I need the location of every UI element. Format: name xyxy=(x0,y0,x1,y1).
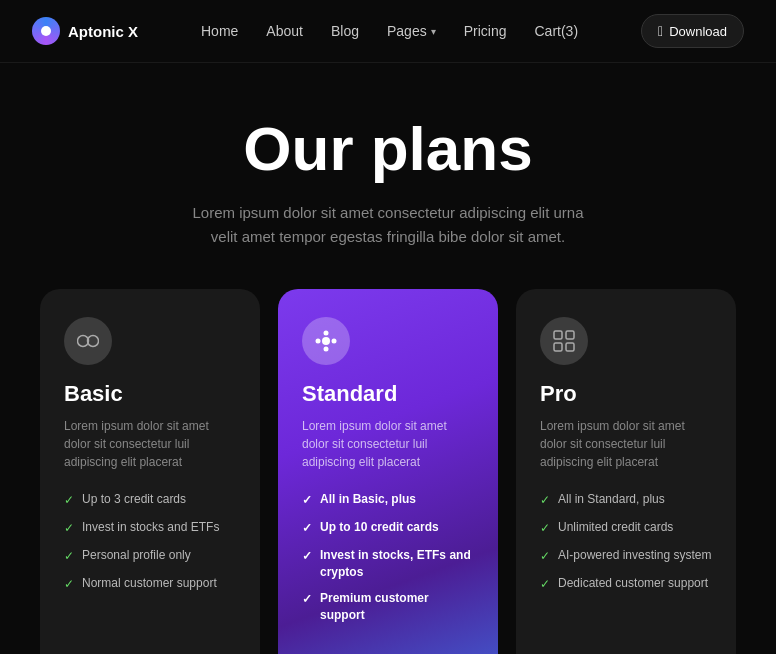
pro-features: ✓All in Standard, plus ✓Unlimited credit… xyxy=(540,491,712,634)
basic-features: ✓Up to 3 credit cards ✓Invest in stocks … xyxy=(64,491,236,634)
check-icon: ✓ xyxy=(302,492,312,509)
basic-feature-3: ✓Personal profile only xyxy=(64,547,236,565)
check-icon: ✓ xyxy=(302,520,312,537)
pro-name: Pro xyxy=(540,381,712,407)
check-icon: ✓ xyxy=(64,548,74,565)
pro-feature-1: ✓All in Standard, plus xyxy=(540,491,712,509)
svg-point-5 xyxy=(316,339,321,344)
logo[interactable]: Aptonic X xyxy=(32,17,138,45)
basic-feature-1: ✓Up to 3 credit cards xyxy=(64,491,236,509)
hero-title: Our plans xyxy=(20,115,756,183)
check-icon: ✓ xyxy=(540,492,550,509)
navbar: Aptonic X Home About Blog Pages ▾ Pricin… xyxy=(0,0,776,63)
plan-basic: Basic Lorem ipsum dolor sit amet dolor s… xyxy=(40,289,260,654)
nav-pricing[interactable]: Pricing xyxy=(464,23,507,39)
hero-section: Our plans Lorem ipsum dolor sit amet con… xyxy=(0,63,776,289)
check-icon: ✓ xyxy=(540,520,550,537)
plan-pro: Pro Lorem ipsum dolor sit amet dolor sit… xyxy=(516,289,736,654)
standard-desc: Lorem ipsum dolor sit amet dolor sit con… xyxy=(302,417,474,471)
nav-about[interactable]: About xyxy=(266,23,303,39)
standard-icon xyxy=(302,317,350,365)
plan-standard: Standard Lorem ipsum dolor sit amet dolo… xyxy=(278,289,498,654)
pro-icon xyxy=(540,317,588,365)
check-icon: ✓ xyxy=(64,492,74,509)
check-icon: ✓ xyxy=(64,520,74,537)
check-icon: ✓ xyxy=(302,591,312,608)
pro-desc: Lorem ipsum dolor sit amet dolor sit con… xyxy=(540,417,712,471)
pro-feature-3: ✓AI-powered investing system xyxy=(540,547,712,565)
download-button[interactable]:  Download xyxy=(641,14,744,48)
standard-feature-3: ✓Invest in stocks, ETFs and cryptos xyxy=(302,547,474,581)
check-icon: ✓ xyxy=(302,548,312,565)
logo-text: Aptonic X xyxy=(68,23,138,40)
svg-rect-7 xyxy=(554,331,562,339)
standard-name: Standard xyxy=(302,381,474,407)
check-icon: ✓ xyxy=(540,576,550,593)
svg-point-3 xyxy=(324,331,329,336)
hero-description: Lorem ipsum dolor sit amet consectetur a… xyxy=(188,201,588,249)
nav-pages[interactable]: Pages ▾ xyxy=(387,23,436,39)
basic-icon xyxy=(64,317,112,365)
apple-icon:  xyxy=(658,23,663,39)
plans-container: Basic Lorem ipsum dolor sit amet dolor s… xyxy=(0,289,776,654)
basic-desc: Lorem ipsum dolor sit amet dolor sit con… xyxy=(64,417,236,471)
nav-links: Home About Blog Pages ▾ Pricing Cart(3) xyxy=(201,22,578,40)
standard-feature-4: ✓Premium customer support xyxy=(302,590,474,624)
check-icon: ✓ xyxy=(540,548,550,565)
basic-feature-4: ✓Normal customer support xyxy=(64,575,236,593)
pro-feature-2: ✓Unlimited credit cards xyxy=(540,519,712,537)
svg-point-6 xyxy=(332,339,337,344)
check-icon: ✓ xyxy=(64,576,74,593)
nav-cart[interactable]: Cart(3) xyxy=(534,23,578,39)
nav-blog[interactable]: Blog xyxy=(331,23,359,39)
svg-rect-8 xyxy=(566,331,574,339)
pro-feature-4: ✓Dedicated customer support xyxy=(540,575,712,593)
svg-point-2 xyxy=(322,337,330,345)
standard-feature-2: ✓Up to 10 credit cards xyxy=(302,519,474,537)
standard-features: ✓All in Basic, plus ✓Up to 10 credit car… xyxy=(302,491,474,634)
logo-icon xyxy=(32,17,60,45)
nav-home[interactable]: Home xyxy=(201,23,238,39)
standard-feature-1: ✓All in Basic, plus xyxy=(302,491,474,509)
basic-name: Basic xyxy=(64,381,236,407)
svg-point-4 xyxy=(324,347,329,352)
svg-rect-9 xyxy=(554,343,562,351)
basic-feature-2: ✓Invest in stocks and ETFs xyxy=(64,519,236,537)
chevron-down-icon: ▾ xyxy=(431,26,436,37)
svg-rect-10 xyxy=(566,343,574,351)
